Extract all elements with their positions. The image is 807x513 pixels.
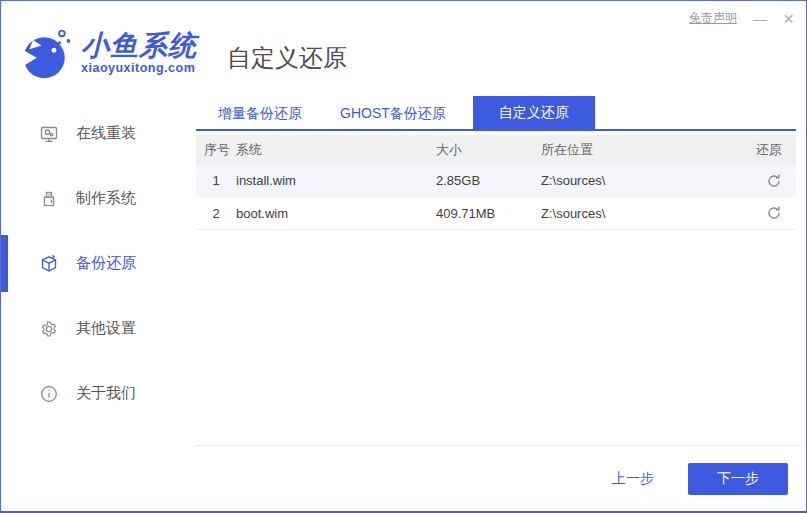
- column-header-restore: 还原: [726, 141, 796, 159]
- main-body: 在线重装 制作系统: [1, 91, 806, 511]
- header: 小鱼系统 xiaoyuxitong.com 自定义还原: [1, 1, 806, 91]
- content-panel: 增量备份还原 GHOST备份还原 自定义还原 序号 系统 大小 所在位置 还原 …: [189, 91, 806, 511]
- footer-bar: 上一步 下一步: [195, 445, 802, 511]
- gear-icon: [39, 319, 59, 339]
- page-title: 自定义还原: [227, 42, 347, 74]
- restore-refresh-icon[interactable]: [766, 173, 782, 189]
- brand-text: 小鱼系统 xiaoyuxitong.com: [81, 31, 197, 75]
- table-header-row: 序号 系统 大小 所在位置 还原: [196, 135, 796, 164]
- restore-refresh-icon[interactable]: [766, 205, 782, 221]
- column-header-system: 系统: [236, 141, 436, 159]
- sidebar-item-other-settings[interactable]: 其他设置: [1, 296, 189, 361]
- column-header-index: 序号: [196, 141, 236, 159]
- cell-index: 1: [196, 173, 236, 188]
- cell-location: Z:\sources\: [541, 173, 726, 188]
- sidebar-item-label: 制作系统: [76, 189, 136, 208]
- info-icon: [39, 384, 59, 404]
- tab-bar: 增量备份还原 GHOST备份还原 自定义还原: [196, 98, 796, 131]
- next-step-button[interactable]: 下一步: [688, 463, 788, 495]
- cell-size: 409.71MB: [436, 206, 541, 221]
- table-row[interactable]: 2 boot.wim 409.71MB Z:\sources\: [196, 197, 796, 230]
- close-button[interactable]: ×: [783, 9, 794, 28]
- cell-location: Z:\sources\: [541, 206, 726, 221]
- fish-logo-icon: [19, 26, 75, 80]
- app-logo: 小鱼系统 xiaoyuxitong.com: [19, 26, 197, 80]
- sidebar-item-make-system[interactable]: 制作系统: [1, 166, 189, 231]
- tab-ghost-backup-restore[interactable]: GHOST备份还原: [328, 98, 458, 129]
- cell-system: install.wim: [236, 173, 436, 188]
- sidebar-item-label: 备份还原: [76, 254, 136, 273]
- sidebar: 在线重装 制作系统: [1, 91, 189, 511]
- brand-name: 小鱼系统: [81, 31, 197, 60]
- brand-domain: xiaoyuxitong.com: [81, 61, 197, 75]
- cell-system: boot.wim: [236, 206, 436, 221]
- cell-size: 2.85GB: [436, 173, 541, 188]
- sidebar-item-label: 其他设置: [76, 319, 136, 338]
- sidebar-item-backup-restore[interactable]: 备份还原: [1, 231, 189, 296]
- titlebar-controls: 免责声明 — ×: [689, 9, 794, 28]
- tab-incremental-backup-restore[interactable]: 增量备份还原: [206, 98, 314, 129]
- monitor-icon: [39, 124, 59, 144]
- prev-step-button[interactable]: 上一步: [612, 470, 654, 488]
- disclaimer-link[interactable]: 免责声明: [689, 10, 737, 27]
- usb-drive-icon: [39, 189, 59, 209]
- column-header-location: 所在位置: [541, 141, 726, 159]
- minimize-button[interactable]: —: [753, 12, 767, 26]
- column-header-size: 大小: [436, 141, 541, 159]
- sidebar-item-online-reinstall[interactable]: 在线重装: [1, 101, 189, 166]
- sidebar-item-label: 关于我们: [76, 384, 136, 403]
- app-window: 免责声明 — × 小鱼系统 xiaoyuxitong.com 自: [0, 0, 807, 513]
- sidebar-item-about-us[interactable]: 关于我们: [1, 361, 189, 426]
- table-row[interactable]: 1 install.wim 2.85GB Z:\sources\: [196, 164, 796, 197]
- backup-file-table: 序号 系统 大小 所在位置 还原 1 install.wim 2.85GB Z:…: [196, 135, 796, 230]
- cell-index: 2: [196, 206, 236, 221]
- tab-custom-restore[interactable]: 自定义还原: [473, 96, 595, 129]
- backup-cube-icon: [39, 254, 59, 274]
- sidebar-item-label: 在线重装: [76, 124, 136, 143]
